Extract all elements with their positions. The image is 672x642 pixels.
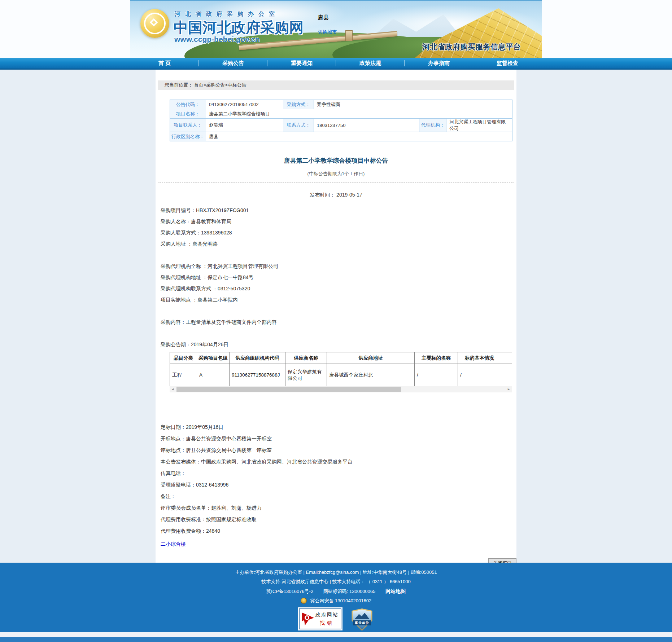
body-line: 评标地点：唐县公共资源交易中心四楼第一评标室 xyxy=(161,444,516,456)
project-name-value: 唐县第二小学教学综合楼项目 xyxy=(206,109,512,119)
body-line: 项目实施地点 ：唐县第二小学院内 xyxy=(161,294,516,305)
breadcrumb-path[interactable]: 首页>采购公告>中标公告 xyxy=(194,82,246,88)
footer: 主办单位:河北省政府采购办公室 | Email:hebzfcg@sina.com… xyxy=(0,563,672,632)
supplier-data-row: 工程A91130627715887688J保定兴华建筑有限公司唐县城西李家庄村北… xyxy=(170,364,512,386)
nav-item[interactable]: 监督检查 xyxy=(473,58,542,69)
body-line xyxy=(161,328,516,339)
body-line: 评审委员会成员名单：赵胜利、刘潇、杨进力 xyxy=(161,502,516,514)
bottom-blue-strip xyxy=(0,637,672,642)
header-banner: 河北省政府采购办公室 中国河北政府采购网 www.ccgp-hebei.gov.… xyxy=(130,0,542,58)
find-error-bottom: 找错 xyxy=(315,620,339,626)
body-line: 采购代理机构地址 ：保定市七一中路84号 xyxy=(161,272,516,283)
supplier-header-cell xyxy=(501,352,512,364)
site-code: 网站标识码: 1300000065 xyxy=(323,589,376,594)
supplier-header-cell: 供应商组织机构代码 xyxy=(230,352,285,364)
body-line: 采购代理机构全称 ：河北兴冀工程项目管理有限公司 xyxy=(161,261,516,272)
body-line xyxy=(161,250,516,261)
body-line: 传真电话： xyxy=(161,467,516,479)
body-line: 定标日期：2019年05月16日 xyxy=(161,421,516,433)
institution-label: 事业单位 xyxy=(353,620,371,625)
switch-city-link[interactable]: 切换城市 xyxy=(318,29,337,35)
scrollbar-track[interactable] xyxy=(176,386,506,392)
nav-item[interactable]: 办事指南 xyxy=(405,58,473,69)
nav-item[interactable]: 首 页 xyxy=(130,58,199,69)
agency-value: 河北兴冀工程项目管理有限公司 xyxy=(446,119,512,132)
breadcrumb-label: 您当前位置： xyxy=(165,82,193,88)
close-window-button[interactable]: 关闭窗口 xyxy=(488,558,516,563)
supplier-cell: / xyxy=(415,364,458,386)
supplier-cell: 91130627715887688J xyxy=(230,364,285,386)
nav-item[interactable]: 采购公告 xyxy=(199,58,267,69)
footer-line-host: 主办单位:河北省政府采购办公室 | Email:hebzfcg@sina.com… xyxy=(0,568,672,577)
announce-code-value: 0413062720190517002 xyxy=(206,100,283,109)
current-city: 唐县 xyxy=(318,14,350,21)
phone-label: 联系方式： xyxy=(283,119,314,132)
supplier-header-row: 品目分类采购项目包组供应商组织机构代码供应商名称供应商地址主要标的名称标的基本情… xyxy=(170,352,512,364)
table-row: 公告代码： 0413062720190517002 采购方式： 竞争性磋商 xyxy=(170,100,512,109)
supplier-cell: / xyxy=(458,364,501,386)
body-lines-bottom: 定标日期：2019年05月16日开标地点：唐县公共资源交易中心四楼第一开标室评标… xyxy=(161,421,516,537)
scroll-right-icon[interactable]: ► xyxy=(506,386,512,392)
body-line: 采购人联系方式：13931396028 xyxy=(161,227,516,238)
org-name: 河北省政府采购办公室 xyxy=(175,10,279,18)
close-row: 关闭窗口 xyxy=(156,558,516,563)
supplier-header-cell: 供应商地址 xyxy=(327,352,415,364)
site-map-link[interactable]: 网站地图 xyxy=(385,588,406,594)
supplier-header-cell: 主要标的名称 xyxy=(415,352,458,364)
project-name-label: 项目名称： xyxy=(170,109,206,119)
platform-banner-text: 河北省政府购买服务信息平台 xyxy=(422,42,521,52)
body-line: 采购内容：工程量清单及竞争性磋商文件内全部内容 xyxy=(161,317,516,328)
supplier-table: 品目分类采购项目包组供应商组织机构代码供应商名称供应商地址主要标的名称标的基本情… xyxy=(170,352,512,386)
supplier-header-cell: 采购项目包组 xyxy=(197,352,230,364)
police-badge-icon xyxy=(301,598,307,604)
footer-badges: 政府网站 找错 事业单位 xyxy=(0,608,672,631)
site-title: 中国河北政府采购网 xyxy=(174,18,304,38)
body-line: 代理费用收费标准：按照国家规定标准收取 xyxy=(161,514,516,525)
main-nav: 首 页采购公告重要通知政策法规办事指南监督检查 xyxy=(0,58,672,70)
find-error-icon xyxy=(302,612,315,626)
institution-shield-badge[interactable]: 事业单位 xyxy=(351,608,373,631)
region-value: 唐县 xyxy=(206,132,512,141)
announce-code-label: 公告代码： xyxy=(170,100,206,109)
supplier-cell: A xyxy=(197,364,230,386)
table-row: 项目名称： 唐县第二小学教学综合楼项目 xyxy=(170,109,512,119)
gov-site-find-error-badge[interactable]: 政府网站 找错 xyxy=(299,608,341,629)
body-line: 本公告发布媒体：中国政府采购网、河北省政府采购网、河北省公共资源交易服务平台 xyxy=(161,456,516,467)
table-row: 项目联系人： 赵昊瑞 联系方式： 18031237750 代理机构： 河北兴冀工… xyxy=(170,119,512,132)
contact-label: 项目联系人： xyxy=(170,119,206,132)
supplier-header-cell: 标的基本情况 xyxy=(458,352,501,364)
body-line: 采购代理机构联系方式 ：0312-5075320 xyxy=(161,283,516,294)
body-line xyxy=(161,305,516,317)
announcement-info-table: 公告代码： 0413062720190517002 采购方式： 竞争性磋商 项目… xyxy=(170,100,512,141)
body-line: 采购人地址 ：唐县光明路 xyxy=(161,238,516,250)
nav-item[interactable]: 重要通知 xyxy=(267,58,336,69)
dashed-divider xyxy=(158,182,514,183)
attachment-link[interactable]: 二小综合楼 xyxy=(161,541,186,548)
find-error-text: 政府网站 找错 xyxy=(315,612,339,626)
content-panel: 您当前位置： 首页>采购公告>中标公告 公告代码： 04130627201905… xyxy=(156,70,516,563)
supplier-header-cell: 品目分类 xyxy=(170,352,197,364)
supplier-cell: 保定兴华建筑有限公司 xyxy=(285,364,327,386)
supplier-cell: 工程 xyxy=(170,364,197,386)
table-horizontal-scrollbar: ◄ ► xyxy=(170,386,512,392)
site-url: www.ccgp-hebei.gov.cn xyxy=(174,35,260,44)
supplier-cell xyxy=(501,364,512,386)
body-line: 代理费用收费金额：24840 xyxy=(161,525,516,537)
site-logo-icon[interactable] xyxy=(140,9,169,38)
footer-line-icp: 冀ICP备13016076号-2 网站标识码: 1300000065 网站地图 xyxy=(0,586,672,596)
footer-line-support: 技术支持:河北省财政厅信息中心 | 技术支持电话： （ 0311 ） 66651… xyxy=(0,577,672,586)
region-label: 行政区划名称： xyxy=(170,132,206,141)
scrollbar-thumb[interactable] xyxy=(176,387,401,392)
page-title: 唐县第二小学教学综合楼项目中标公告 xyxy=(156,157,516,165)
agency-label: 代理机构： xyxy=(419,119,446,132)
nav-item[interactable]: 政策法规 xyxy=(336,58,405,69)
body-line: 受理质疑电话：0312-6413996 xyxy=(161,479,516,491)
icp-number: 冀ICP备13016076号-2 xyxy=(266,589,313,594)
scroll-left-icon[interactable]: ◄ xyxy=(170,386,176,392)
supplier-header-cell: 供应商名称 xyxy=(285,352,327,364)
header: 河北省政府采购办公室 中国河北政府采购网 www.ccgp-hebei.gov.… xyxy=(0,0,672,58)
supplier-cell: 唐县城西李家庄村北 xyxy=(327,364,415,386)
body-line: 开标地点：唐县公共资源交易中心四楼第一开标室 xyxy=(161,433,516,444)
publish-date-line: 发布时间： 2019-05-17 xyxy=(156,192,516,198)
bottom-gray-strip xyxy=(0,632,672,637)
